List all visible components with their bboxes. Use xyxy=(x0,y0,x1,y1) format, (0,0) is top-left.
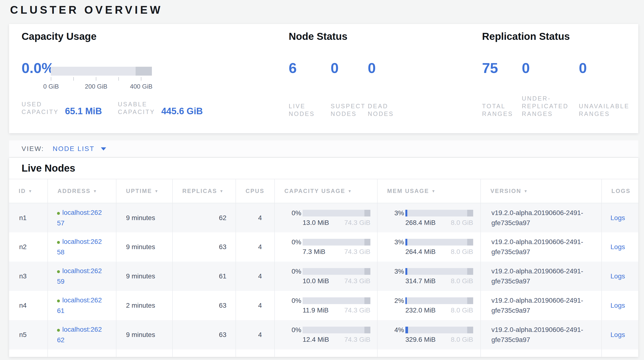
column-header-uptime[interactable]: UPTIME▼ xyxy=(116,179,172,203)
node-cpus: 4 xyxy=(236,203,274,232)
live-status-icon xyxy=(57,299,60,302)
node-uptime: 2 minutes xyxy=(116,291,172,320)
axis-tick xyxy=(73,77,74,81)
node-replicas: 63 xyxy=(172,232,236,262)
node-status-section: Node Status 6 LIVENODES 0 SUSPECTNODES 0… xyxy=(289,24,480,133)
node-replicas: 61 xyxy=(172,262,236,291)
view-bar: VIEW: NODE LIST xyxy=(9,140,638,158)
capacity-usage-title: Capacity Usage xyxy=(22,31,96,42)
logs-link[interactable]: Logs xyxy=(610,243,625,251)
sort-arrow-icon: ▼ xyxy=(432,189,436,193)
table-row-partial xyxy=(9,349,638,357)
logs-link[interactable]: Logs xyxy=(610,302,625,309)
live-nodes-stat: 6 LIVENODES xyxy=(289,60,330,118)
sort-arrow-icon: ▼ xyxy=(154,189,159,193)
cluster-summary-card: Capacity Usage 0.0% 0 GiB 200 GiB 400 Gi… xyxy=(9,24,638,133)
usable-capacity-value: 445.6 GiB xyxy=(161,106,203,116)
table-row: n3 localhost:26259 9 minutes 61 4 0% 10.… xyxy=(9,262,638,291)
live-status-icon xyxy=(57,241,60,244)
node-version: v19.2.0-alpha.20190606-2491-gfe735c9a97 xyxy=(480,262,602,291)
column-header-capacity-usage[interactable]: CAPACITY USAGE▼ xyxy=(274,179,377,203)
table-row: n1 localhost:26257 9 minutes 62 4 0% 13.… xyxy=(9,203,638,232)
node-version: v19.2.0-alpha.20190606-2491-gfe735c9a97 xyxy=(480,203,602,232)
node-id: n3 xyxy=(9,262,48,291)
replication-status-section: Replication Status 75 TOTALRANGES 0 UNDE… xyxy=(482,24,636,133)
node-cpus: 4 xyxy=(236,320,274,349)
logs-link[interactable]: Logs xyxy=(610,272,625,280)
column-header-id[interactable]: ID▼ xyxy=(9,179,48,203)
capacity-gauge-bar xyxy=(51,67,152,76)
capacity-gauge-axis: 0 GiB 200 GiB 400 GiB xyxy=(51,77,152,94)
node-id: n4 xyxy=(9,291,48,320)
node-address-link[interactable]: localhost:26257 xyxy=(57,209,102,227)
node-uptime: 9 minutes xyxy=(116,232,172,262)
live-status-icon xyxy=(57,270,60,273)
node-uptime: 9 minutes xyxy=(116,203,172,232)
table-row: n4 localhost:26261 2 minutes 63 4 0% 11.… xyxy=(9,291,638,320)
page-title: CLUSTER OVERVIEW xyxy=(10,3,163,16)
total-ranges-stat: 75 TOTALRANGES xyxy=(482,60,522,118)
live-nodes-title: Live Nodes xyxy=(9,158,638,179)
live-status-icon xyxy=(57,212,60,215)
node-address-link[interactable]: localhost:26261 xyxy=(57,296,102,314)
node-capacity-usage: 0% 13.0 MiB74.3 GiB xyxy=(274,203,377,232)
capacity-gauge: 0.0% 0 GiB 200 GiB 400 GiB xyxy=(22,60,152,94)
axis-tick: 0 GiB xyxy=(51,77,51,81)
capacity-bar xyxy=(302,327,370,333)
node-id: n1 xyxy=(9,203,48,232)
axis-tick xyxy=(118,77,119,81)
axis-tick-label: 200 GiB xyxy=(85,83,107,90)
capacity-usage-section: Capacity Usage 0.0% 0 GiB 200 GiB 400 Gi… xyxy=(22,24,283,133)
logs-link[interactable]: Logs xyxy=(610,214,625,222)
node-mem-usage: 2% 232.0 MiB8.0 GiB xyxy=(377,291,480,320)
view-label: VIEW: xyxy=(22,145,44,153)
mem-bar xyxy=(406,327,473,333)
logs-link[interactable]: Logs xyxy=(610,331,625,338)
unavailable-ranges-stat: 0 UNAVAILABLERANGES xyxy=(579,60,636,118)
node-mem-usage: 3% 314.7 MiB8.0 GiB xyxy=(377,262,480,291)
node-version: v19.2.0-alpha.20190606-2491-gfe735c9a97 xyxy=(480,291,602,320)
node-mem-usage: 4% 329.6 MiB8.0 GiB xyxy=(377,320,480,349)
live-nodes-table: ID▼ ADDRESS▼ UPTIME▼ REPLICAS▼ CPUS CAPA… xyxy=(9,179,638,357)
node-version: v19.2.0-alpha.20190606-2491-gfe735c9a97 xyxy=(480,320,602,349)
chevron-down-icon xyxy=(101,147,106,150)
table-row: n2 localhost:26258 9 minutes 63 4 0% 7.3… xyxy=(9,232,638,262)
sort-arrow-icon: ▼ xyxy=(524,189,528,193)
node-status-title: Node Status xyxy=(289,31,348,42)
node-address-link[interactable]: localhost:26262 xyxy=(57,326,102,344)
axis-tick: 200 GiB xyxy=(96,77,96,81)
sort-arrow-icon: ▼ xyxy=(93,189,98,193)
live-nodes-card: Live Nodes ID▼ ADDRESS▼ UPTIME▼ REPLICAS… xyxy=(9,158,638,357)
column-header-address[interactable]: ADDRESS▼ xyxy=(48,179,116,203)
table-header-row: ID▼ ADDRESS▼ UPTIME▼ REPLICAS▼ CPUS CAPA… xyxy=(9,179,638,203)
node-uptime: 9 minutes xyxy=(116,320,172,349)
column-header-version[interactable]: VERSION▼ xyxy=(480,179,602,203)
node-id: n2 xyxy=(9,232,48,262)
node-replicas: 63 xyxy=(172,291,236,320)
sort-arrow-icon: ▼ xyxy=(220,189,224,193)
suspect-nodes-stat: 0 SUSPECTNODES xyxy=(330,60,368,118)
view-selector-dropdown[interactable]: NODE LIST xyxy=(53,145,106,153)
axis-tick-label: 0 GiB xyxy=(43,83,59,90)
sort-arrow-icon: ▼ xyxy=(28,189,33,193)
axis-tick: 400 GiB xyxy=(141,77,141,81)
node-replicas: 63 xyxy=(172,320,236,349)
node-version: v19.2.0-alpha.20190606-2491-gfe735c9a97 xyxy=(480,232,602,262)
node-address-link[interactable]: localhost:26259 xyxy=(57,267,102,285)
column-header-replicas[interactable]: REPLICAS▼ xyxy=(172,179,236,203)
capacity-bar xyxy=(302,268,370,275)
view-selected-value: NODE LIST xyxy=(53,145,95,153)
node-cpus: 4 xyxy=(236,291,274,320)
capacity-bar xyxy=(302,297,370,304)
node-capacity-usage: 0% 12.4 MiB74.3 GiB xyxy=(274,320,377,349)
sort-arrow-icon: ▼ xyxy=(348,189,352,193)
node-cpus: 4 xyxy=(236,232,274,262)
usable-capacity-stat: USABLE CAPACITY 445.6 GiB xyxy=(118,100,203,116)
column-header-mem-usage[interactable]: MEM USAGE▼ xyxy=(377,179,480,203)
column-header-logs: LOGS xyxy=(602,179,638,203)
dead-nodes-stat: 0 DEADNODES xyxy=(368,60,423,118)
node-address-link[interactable]: localhost:26258 xyxy=(57,238,102,256)
capacity-gauge-reserved-segment xyxy=(136,67,152,76)
capacity-bar xyxy=(302,239,370,246)
used-capacity-stat: USED CAPACITY 65.1 MiB xyxy=(22,100,118,116)
